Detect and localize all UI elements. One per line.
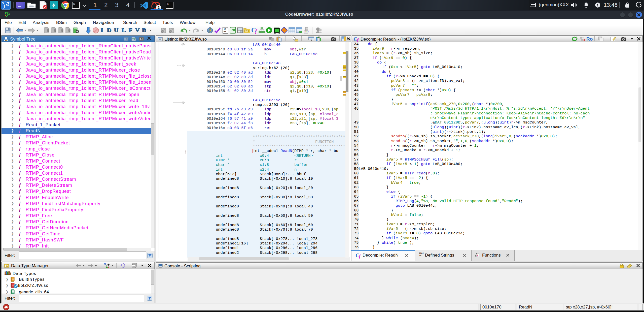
svg-text:01: 01 xyxy=(224,30,226,33)
svg-text:DT: DT xyxy=(5,265,8,267)
svg-text:DT: DT xyxy=(245,30,248,33)
